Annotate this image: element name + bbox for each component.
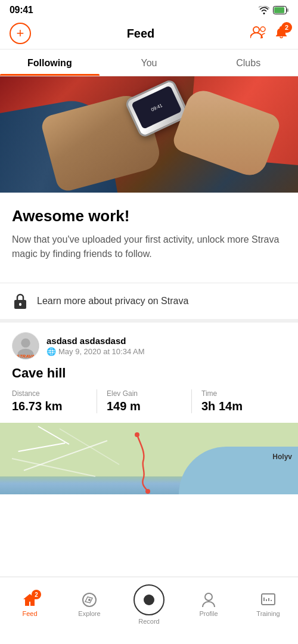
feed-label: Feed: [22, 610, 37, 617]
svg-rect-21: [261, 596, 262, 598]
map-location-label: Holyv: [272, 453, 292, 461]
svg-text:STRAVA: STRAVA: [17, 354, 35, 359]
activity-name: Cave hill: [12, 366, 286, 381]
svg-rect-2: [287, 8, 288, 12]
svg-point-3: [253, 27, 259, 33]
battery-icon: [273, 6, 288, 14]
stat-time: Time 3h 14m: [201, 389, 286, 413]
svg-point-19: [205, 593, 212, 600]
svg-line-13: [60, 429, 119, 465]
status-icons: [259, 6, 288, 14]
page-title: Feed: [127, 27, 155, 41]
plus-icon: +: [17, 26, 24, 41]
time-label: Time: [201, 389, 277, 398]
explore-icon: [82, 592, 97, 608]
privacy-link-text: Learn more about privacy on Strava: [37, 296, 188, 306]
feed-badge: 2: [32, 590, 41, 599]
svg-rect-6: [19, 303, 21, 306]
privacy-link[interactable]: Learn more about privacy on Strava: [0, 283, 298, 323]
watch-screen: 09:41: [131, 85, 182, 129]
profile-icon: [201, 592, 216, 608]
record-icon: [144, 595, 154, 605]
nav-feed[interactable]: 2 Feed: [0, 590, 60, 620]
strava-avatar: STRAVA: [13, 333, 39, 359]
record-button[interactable]: [134, 584, 164, 615]
add-activity-button[interactable]: +: [10, 23, 31, 44]
nav-training[interactable]: Training: [238, 590, 298, 620]
elevation-label: Elev Gain: [107, 389, 182, 398]
profile-label: Profile: [199, 610, 218, 617]
header-actions: 2: [250, 25, 288, 42]
activity-meta: asdasd asdasdasd 🌐 May 9, 2020 at 10:34 …: [46, 336, 286, 356]
svg-rect-1: [274, 7, 284, 13]
people-icon: [250, 26, 267, 39]
notifications-button[interactable]: 2: [274, 25, 288, 42]
awesome-description: Now that you've uploaded your first acti…: [12, 233, 286, 261]
time-value: 3h 14m: [201, 400, 277, 413]
distance-value: 16.73 km: [12, 400, 87, 413]
activity-card: STRAVA asdasd asdasdasd 🌐 May 9, 2020 at…: [0, 323, 298, 423]
record-label: Record: [138, 618, 159, 625]
home-icon: 2: [22, 592, 38, 608]
feed-tabs: Following You Clubs: [0, 49, 298, 76]
svg-point-18: [88, 599, 91, 601]
status-time: 09:41: [10, 5, 33, 16]
globe-icon: 🌐: [46, 347, 56, 356]
svg-point-14: [135, 432, 139, 437]
svg-rect-22: [274, 596, 275, 598]
activity-username: asdasd asdasdasd: [46, 336, 286, 346]
app-header: + Feed 2: [0, 18, 298, 49]
svg-point-4: [260, 27, 265, 32]
awesome-title: Awesome work!: [12, 207, 286, 225]
friends-button[interactable]: [250, 26, 267, 41]
svg-point-8: [21, 339, 30, 348]
hero-image: 09:41: [0, 76, 298, 193]
stat-distance: Distance 16.73 km: [12, 389, 97, 413]
activity-date: 🌐 May 9, 2020 at 10:34 AM: [46, 347, 286, 356]
lock-icon: [12, 293, 29, 309]
awesome-section: Awesome work! Now that you've uploaded y…: [0, 193, 298, 283]
nav-record[interactable]: Record: [119, 582, 179, 627]
elevation-value: 149 m: [107, 400, 182, 413]
activity-stats: Distance 16.73 km Elev Gain 149 m Time 3…: [12, 389, 286, 413]
distance-label: Distance: [12, 389, 87, 398]
notification-badge: 2: [281, 22, 292, 33]
svg-point-15: [145, 489, 150, 494]
explore-label: Explore: [78, 610, 100, 617]
svg-line-12: [12, 459, 95, 476]
nav-explore[interactable]: Explore: [60, 590, 119, 620]
activity-header: STRAVA asdasd asdasdasd 🌐 May 9, 2020 at…: [12, 332, 286, 360]
map-route-svg: [0, 423, 298, 494]
training-icon: [260, 592, 276, 608]
tab-you[interactable]: You: [100, 49, 199, 76]
svg-line-11: [24, 441, 107, 470]
nav-profile[interactable]: Profile: [179, 590, 238, 620]
training-label: Training: [256, 610, 280, 617]
status-bar: 09:41: [0, 0, 298, 18]
activity-map[interactable]: Holyv: [0, 423, 298, 494]
wifi-icon: [259, 6, 269, 14]
avatar: STRAVA: [12, 332, 39, 360]
tab-clubs[interactable]: Clubs: [198, 49, 298, 76]
stat-elevation: Elev Gain 149 m: [107, 389, 192, 413]
bottom-navigation: 2 Feed Explore Record Profile: [0, 577, 298, 644]
tab-following[interactable]: Following: [0, 49, 100, 76]
